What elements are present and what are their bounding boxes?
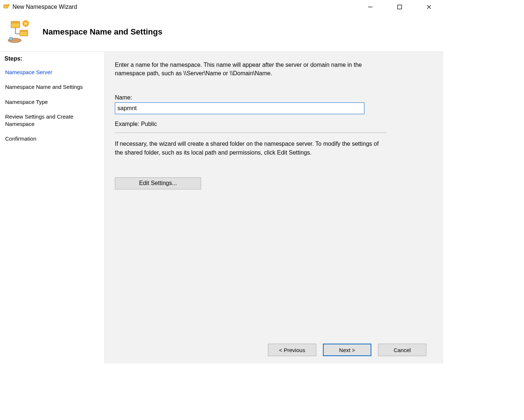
next-button[interactable]: Next > — [323, 344, 371, 356]
window-controls — [362, 1, 437, 12]
edit-settings-button[interactable]: Edit Settings... — [115, 177, 201, 189]
cancel-button[interactable]: Cancel — [378, 344, 426, 356]
step-namespace-name-settings[interactable]: Namespace Name and Settings — [0, 80, 104, 94]
example-text: Example: Public — [115, 121, 433, 127]
namespace-header-icon — [7, 19, 32, 45]
intro-text: Enter a name for the namespace. This nam… — [115, 61, 379, 77]
titlebar: New Namespace Wizard — [0, 0, 443, 14]
svg-rect-13 — [20, 30, 28, 32]
step-namespace-type[interactable]: Namespace Type — [0, 95, 104, 109]
svg-point-2 — [7, 4, 10, 6]
steps-sidebar: Steps: Namespace Server Namespace Name a… — [0, 52, 105, 363]
namespace-wizard-icon — [3, 3, 10, 11]
wizard-window: New Namespace Wizard — [0, 0, 443, 363]
steps-heading: Steps: — [0, 55, 104, 65]
main-panel: Enter a name for the namespace. This nam… — [105, 52, 443, 363]
button-bar: < Previous Next > Cancel — [115, 338, 433, 363]
svg-rect-8 — [11, 21, 20, 23]
step-review-create[interactable]: Review Settings and Create Namespace — [0, 109, 104, 132]
divider — [115, 133, 386, 133]
maximize-button[interactable] — [391, 1, 408, 12]
namespace-name-input[interactable] — [115, 102, 364, 114]
minimize-button[interactable] — [362, 1, 379, 12]
name-label: Name: — [115, 94, 433, 101]
content-area: Steps: Namespace Server Namespace Name a… — [0, 51, 443, 363]
step-namespace-server[interactable]: Namespace Server — [0, 65, 104, 80]
close-button[interactable] — [421, 1, 437, 12]
previous-button[interactable]: < Previous — [268, 344, 316, 356]
wizard-header: Namespace Name and Settings — [0, 14, 443, 51]
svg-rect-4 — [398, 5, 402, 9]
step-confirmation[interactable]: Confirmation — [0, 131, 104, 146]
svg-rect-15 — [10, 37, 12, 40]
page-title: Namespace Name and Settings — [43, 27, 162, 37]
info-text: If necessary, the wizard will create a s… — [115, 140, 379, 156]
window-title: New Namespace Wizard — [12, 4, 362, 10]
